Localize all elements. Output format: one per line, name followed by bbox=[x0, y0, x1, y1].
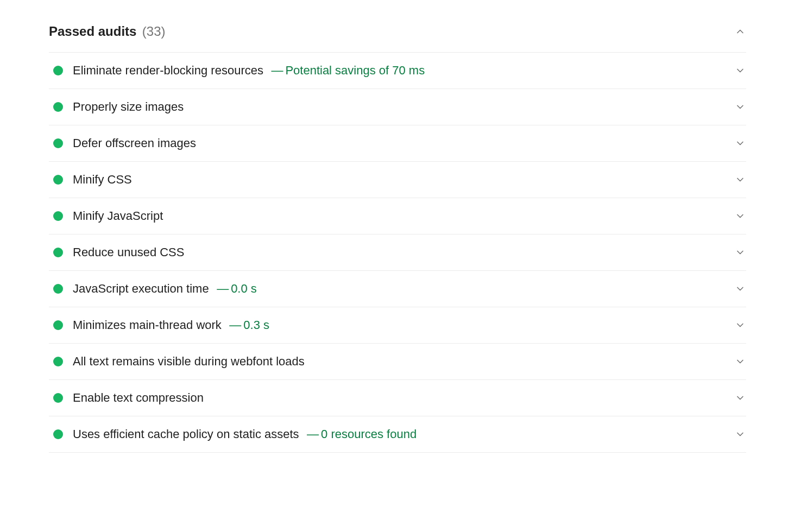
chevron-down-icon bbox=[734, 101, 746, 113]
audit-label: JavaScript execution time bbox=[73, 282, 209, 295]
chevron-down-icon bbox=[734, 246, 746, 258]
chevron-down-icon bbox=[734, 428, 746, 440]
status-pass-icon bbox=[53, 175, 63, 185]
audit-left: Properly size images bbox=[53, 100, 184, 114]
audit-left: Uses efficient cache policy on static as… bbox=[53, 427, 417, 441]
status-pass-icon bbox=[53, 284, 63, 294]
status-pass-icon bbox=[53, 138, 63, 148]
chevron-down-icon bbox=[734, 392, 746, 404]
audit-label: Properly size images bbox=[73, 100, 184, 114]
status-pass-icon bbox=[53, 211, 63, 221]
audit-label: Reduce unused CSS bbox=[73, 245, 184, 259]
status-pass-icon bbox=[53, 102, 63, 112]
audit-left: Defer offscreen images bbox=[53, 136, 196, 150]
audit-extra: —0.3 s bbox=[229, 318, 269, 332]
audit-label: Minify JavaScript bbox=[73, 209, 163, 223]
audit-row-minify-javascript[interactable]: Minify JavaScript bbox=[49, 198, 746, 234]
audit-list: Eliminate render-blocking resources —Pot… bbox=[49, 52, 746, 453]
status-pass-icon bbox=[53, 66, 63, 75]
audit-row-render-blocking[interactable]: Eliminate render-blocking resources —Pot… bbox=[49, 52, 746, 88]
audit-extra: —0.0 s bbox=[217, 282, 257, 295]
chevron-down-icon bbox=[734, 65, 746, 77]
audit-row-js-execution-time[interactable]: JavaScript execution time —0.0 s bbox=[49, 270, 746, 307]
section-title-wrap: Passed audits (33) bbox=[49, 24, 166, 39]
status-pass-icon bbox=[53, 248, 63, 257]
audit-left: Eliminate render-blocking resources —Pot… bbox=[53, 64, 425, 78]
audit-left: Minify JavaScript bbox=[53, 209, 163, 223]
audit-label: All text remains visible during webfont … bbox=[73, 354, 305, 369]
audit-label: Minimizes main-thread work bbox=[73, 318, 222, 332]
audit-label: Uses efficient cache policy on static as… bbox=[73, 427, 299, 441]
audit-left: Minify CSS bbox=[53, 173, 132, 187]
audit-text-wrap: JavaScript execution time —0.0 s bbox=[73, 282, 257, 296]
audit-row-properly-size-images[interactable]: Properly size images bbox=[49, 88, 746, 125]
passed-audits-header[interactable]: Passed audits (33) bbox=[49, 18, 746, 52]
section-count: (33) bbox=[142, 24, 166, 39]
audit-text-wrap: Eliminate render-blocking resources —Pot… bbox=[73, 64, 425, 78]
audit-left: Minimizes main-thread work —0.3 s bbox=[53, 318, 269, 332]
chevron-down-icon bbox=[734, 210, 746, 222]
status-pass-icon bbox=[53, 393, 63, 403]
audit-row-text-compression[interactable]: Enable text compression bbox=[49, 379, 746, 416]
section-title: Passed audits bbox=[49, 24, 136, 39]
status-pass-icon bbox=[53, 320, 63, 330]
status-pass-icon bbox=[53, 429, 63, 439]
audit-row-defer-offscreen-images[interactable]: Defer offscreen images bbox=[49, 125, 746, 161]
passed-audits-panel: Passed audits (33) Eliminate render-bloc… bbox=[0, 0, 795, 453]
chevron-down-icon bbox=[734, 283, 746, 295]
audit-text-wrap: Minimizes main-thread work —0.3 s bbox=[73, 318, 269, 332]
audit-label: Minify CSS bbox=[73, 173, 132, 187]
audit-row-minify-css[interactable]: Minify CSS bbox=[49, 161, 746, 198]
audit-row-cache-policy[interactable]: Uses efficient cache policy on static as… bbox=[49, 416, 746, 453]
audit-row-reduce-unused-css[interactable]: Reduce unused CSS bbox=[49, 234, 746, 270]
chevron-up-icon bbox=[734, 26, 746, 37]
audit-left: All text remains visible during webfont … bbox=[53, 354, 305, 369]
audit-row-text-visible-webfont[interactable]: All text remains visible during webfont … bbox=[49, 343, 746, 379]
audit-label: Eliminate render-blocking resources bbox=[73, 64, 263, 77]
audit-label: Defer offscreen images bbox=[73, 136, 196, 150]
status-pass-icon bbox=[53, 357, 63, 366]
audit-text-wrap: Uses efficient cache policy on static as… bbox=[73, 427, 417, 441]
audit-left: JavaScript execution time —0.0 s bbox=[53, 282, 257, 296]
audit-left: Enable text compression bbox=[53, 391, 204, 405]
chevron-down-icon bbox=[734, 319, 746, 331]
audit-left: Reduce unused CSS bbox=[53, 245, 184, 259]
audit-extra: —0 resources found bbox=[307, 427, 417, 441]
chevron-down-icon bbox=[734, 356, 746, 368]
chevron-down-icon bbox=[734, 174, 746, 186]
chevron-down-icon bbox=[734, 137, 746, 149]
audit-label: Enable text compression bbox=[73, 391, 204, 405]
audit-extra: —Potential savings of 70 ms bbox=[271, 64, 425, 77]
audit-row-main-thread-work[interactable]: Minimizes main-thread work —0.3 s bbox=[49, 307, 746, 343]
